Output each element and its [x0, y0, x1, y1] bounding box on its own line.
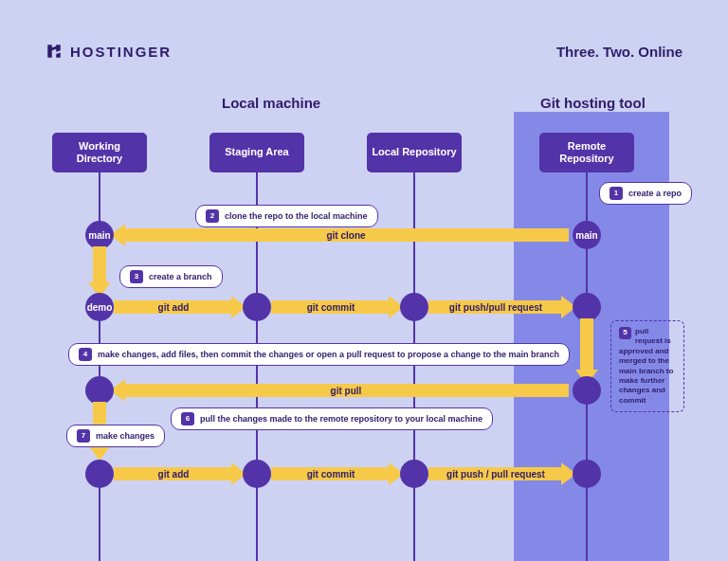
step-4: 4 make changes, add files, then commit t… — [68, 343, 570, 366]
arrow-git-commit-2: git commit — [271, 467, 391, 480]
node-working-2 — [85, 460, 114, 488]
node-localrepo-1 — [400, 293, 428, 321]
arrow-git-commit-1-label: git commit — [307, 302, 355, 313]
step-3-num: 3 — [130, 270, 143, 283]
arrow-git-pull-label: git pull — [331, 386, 362, 396]
arrow-git-push-1-label: git push/pull request — [449, 302, 542, 313]
arrow-git-clone-label: git clone — [326, 230, 365, 241]
brand-tagline: Three. Two. Online — [556, 44, 682, 60]
node-localrepo-2 — [400, 460, 428, 488]
step-3: 3 create a branch — [119, 265, 223, 288]
node-pull-local — [85, 376, 114, 405]
node-pull-remote — [573, 376, 601, 405]
arrow-git-add-1-label: git add — [158, 302, 190, 313]
step-4-text: make changes, add files, then commit the… — [98, 350, 559, 360]
header: HOSTINGER Three. Two. Online — [0, 0, 728, 76]
section-remote-title: Git hosting tool — [540, 95, 646, 111]
step-1: 1 create a repo — [599, 182, 692, 205]
lane-header-localrepo: Local Repository — [367, 133, 462, 172]
step-2-num: 2 — [206, 209, 219, 223]
node-main-remote: main — [573, 221, 601, 249]
brand-name: HOSTINGER — [70, 44, 172, 60]
step-2: 2 clone the repo to the local machine — [195, 205, 378, 227]
arrow-git-add-1: git add — [114, 300, 233, 314]
git-workflow-diagram: Local machine Git hosting tool Working D… — [46, 95, 709, 561]
step-1-num: 1 — [610, 187, 623, 200]
lane-header-working: Working Directory — [52, 133, 147, 172]
section-local-title: Local machine — [222, 95, 320, 111]
step-2-text: clone the repo to the local machine — [225, 211, 368, 222]
node-staging-2 — [243, 460, 271, 488]
step-6-num: 6 — [181, 412, 194, 425]
arrow-git-push-2: git push / pull request — [428, 467, 563, 480]
arrow-remote-down-1 — [580, 318, 593, 371]
node-remoterepo-1 — [573, 293, 601, 321]
step-6: 6 pull the changes made to the remote re… — [171, 407, 493, 430]
step-6-text: pull the changes made to the remote repo… — [200, 414, 482, 425]
arrow-git-add-2-label: git add — [158, 469, 190, 480]
step-4-num: 4 — [79, 348, 92, 361]
node-main-local: main — [85, 221, 114, 249]
step-3-text: create a branch — [149, 272, 212, 282]
step-5-num: 5 — [619, 327, 631, 339]
arrow-git-commit-1: git commit — [271, 300, 391, 314]
arrow-git-push-1: git push/pull request — [428, 300, 563, 314]
lane-header-remoterepo: Remote Repository — [539, 133, 634, 172]
arrow-main-to-demo — [93, 246, 106, 284]
step-1-text: create a repo — [628, 189, 682, 199]
step-5: 5 pull request is approved and merged to… — [610, 320, 684, 412]
arrow-git-add-2: git add — [114, 467, 233, 480]
step-7-text: make changes — [96, 431, 155, 442]
hostinger-icon — [46, 43, 63, 60]
arrow-git-clone: git clone — [123, 228, 569, 242]
step-7-num: 7 — [77, 429, 90, 443]
brand-logo: HOSTINGER — [46, 43, 172, 60]
arrow-git-commit-2-label: git commit — [307, 469, 355, 480]
node-remoterepo-2 — [573, 460, 601, 488]
lane-header-staging: Staging Area — [209, 133, 304, 172]
node-demo: demo — [85, 293, 114, 321]
arrow-git-push-2-label: git push / pull request — [446, 469, 545, 480]
arrow-git-pull: git pull — [123, 384, 569, 397]
step-7: 7 make changes — [66, 425, 165, 447]
node-staging-1 — [243, 293, 271, 321]
